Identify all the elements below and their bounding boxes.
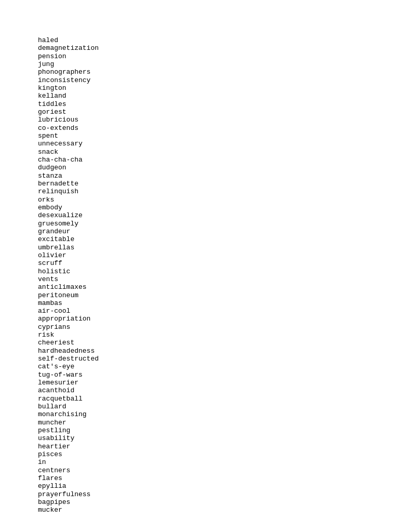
- list-item: muncher: [38, 419, 399, 427]
- list-item: mucker: [38, 506, 399, 514]
- list-item: inconsistency: [38, 76, 399, 84]
- list-item: cha-cha-cha: [38, 156, 399, 164]
- list-item: cheeriest: [38, 339, 399, 347]
- list-item: kington: [38, 84, 399, 92]
- list-item: bernadette: [38, 180, 399, 188]
- list-item: risk: [38, 331, 399, 339]
- list-item: holistic: [38, 268, 399, 275]
- list-item: bagpipes: [38, 498, 399, 506]
- list-item: scruff: [38, 259, 399, 267]
- list-item: self-destructed: [38, 355, 399, 363]
- list-item: pestling: [38, 427, 399, 434]
- list-item: co-extends: [38, 124, 399, 132]
- list-item: umbrellas: [38, 244, 399, 251]
- list-item: gruesomely: [38, 220, 399, 228]
- list-item: cat's-eye: [38, 363, 399, 370]
- list-item: lemesurier: [38, 379, 399, 387]
- list-item: in: [38, 458, 399, 466]
- list-item: unnecessary: [38, 140, 399, 148]
- list-item: haled: [38, 36, 399, 44]
- list-item: olivier: [38, 251, 399, 259]
- list-item: tug-of-wars: [38, 371, 399, 379]
- list-item: racquetball: [38, 395, 399, 403]
- list-item: jung: [38, 60, 399, 68]
- list-item: usability: [38, 434, 399, 442]
- list-item: heartier: [38, 443, 399, 450]
- list-item: phonographers: [38, 68, 399, 76]
- list-item: relinquish: [38, 188, 399, 195]
- list-item: dudgeon: [38, 164, 399, 171]
- list-item: embody: [38, 204, 399, 211]
- list-item: demagnetization: [38, 44, 399, 52]
- list-item: orks: [38, 196, 399, 204]
- list-item: desexualize: [38, 211, 399, 219]
- list-item: pension: [38, 52, 399, 60]
- list-item: spent: [38, 132, 399, 140]
- list-item: pisces: [38, 450, 399, 458]
- list-item: kelland: [38, 92, 399, 100]
- list-item: lubricious: [38, 116, 399, 124]
- list-item: excitable: [38, 235, 399, 243]
- list-item: peritoneum: [38, 291, 399, 299]
- list-item: hardheadedness: [38, 347, 399, 355]
- list-item: air-cool: [38, 307, 399, 315]
- list-item: monarchising: [38, 410, 399, 418]
- word-list: haleddemagnetizationpensionjungphonograp…: [38, 36, 399, 514]
- list-item: centners: [38, 467, 399, 474]
- list-item: prayerfulness: [38, 490, 399, 498]
- list-item: acanthoid: [38, 387, 399, 394]
- list-item: tiddles: [38, 100, 399, 108]
- list-item: stanza: [38, 172, 399, 180]
- list-item: flares: [38, 474, 399, 482]
- list-item: cyprians: [38, 323, 399, 331]
- list-item: appropriation: [38, 315, 399, 323]
- list-item: goriest: [38, 108, 399, 116]
- list-item: grandeur: [38, 228, 399, 235]
- list-item: snack: [38, 148, 399, 156]
- list-item: vents: [38, 275, 399, 283]
- list-item: anticlimaxes: [38, 283, 399, 291]
- list-item: epyllia: [38, 482, 399, 490]
- list-item: mambas: [38, 299, 399, 307]
- list-item: bullard: [38, 403, 399, 410]
